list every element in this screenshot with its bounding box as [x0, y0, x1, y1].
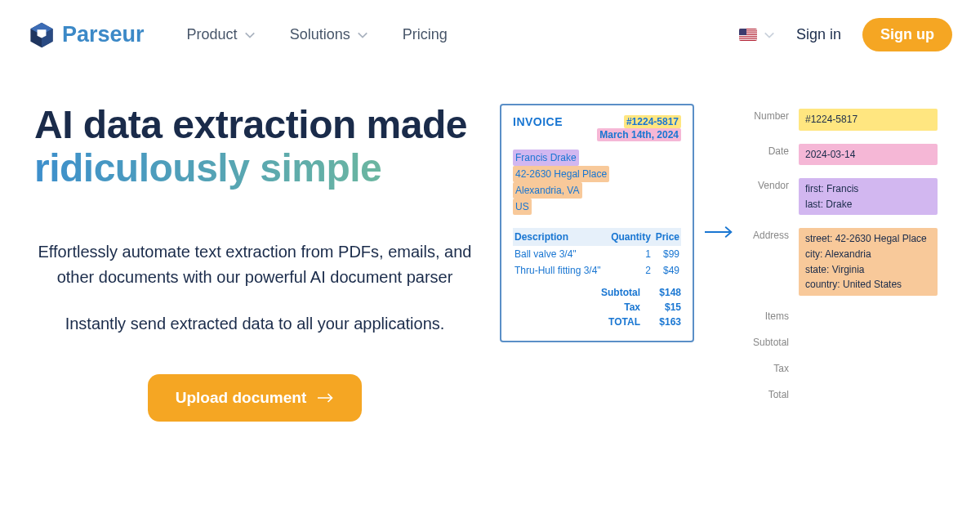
doc-items-table: Description Quantity Price Ball valve 3/… [513, 228, 681, 279]
svg-rect-12 [739, 29, 746, 35]
cell-qty: 2 [607, 262, 652, 279]
hero-para1: Effortlessly automate text extraction fr… [34, 239, 475, 290]
vendor-last: last: Drake [805, 197, 931, 212]
doc-address: Francis Drake 42-2630 Hegal Place Alexan… [513, 150, 681, 215]
us-flag-icon [739, 29, 757, 41]
hero-para2: Instantly send extracted data to all you… [34, 311, 475, 337]
nav-product[interactable]: Product [187, 26, 256, 43]
illustration: INVOICE #1224-5817 March 14th, 2024 Fran… [500, 104, 946, 422]
cell-qty: 1 [607, 246, 652, 262]
doc-date: March 14th, 2024 [597, 128, 681, 141]
chevron-down-icon [244, 29, 256, 41]
ext-number-value: #1224-5817 [799, 109, 938, 131]
ext-country: country: United States [805, 277, 931, 292]
chevron-down-icon [357, 29, 368, 41]
hero-heading-line1: AI data extraction made [34, 103, 467, 146]
total-label: TOTAL [591, 316, 640, 328]
upload-document-button[interactable]: Upload document [148, 374, 362, 422]
svg-rect-9 [739, 35, 757, 36]
cell-price: $49 [653, 262, 681, 279]
upload-label: Upload document [176, 389, 306, 407]
hero-copy: AI data extraction made ridiculously sim… [34, 104, 475, 422]
addr-city: Alexandria, VA [513, 182, 582, 199]
doc-totals: Subtotal$148 Tax$15 TOTAL$163 [513, 285, 681, 329]
ext-items-label: Items [745, 309, 789, 322]
nav: Product Solutions Pricing [187, 26, 448, 43]
ext-subtotal-label: Subtotal [745, 335, 789, 348]
tax-label: Tax [591, 301, 640, 313]
language-selector[interactable] [739, 29, 775, 41]
logo-icon [28, 21, 56, 49]
ext-street: street: 42-2630 Hegal Place [805, 231, 931, 247]
logo[interactable]: Parseur [28, 21, 145, 49]
nav-pricing[interactable]: Pricing [403, 26, 448, 43]
doc-title: INVOICE [513, 115, 563, 128]
total-value: $163 [648, 316, 681, 328]
sign-in-link[interactable]: Sign in [796, 26, 841, 43]
ext-vendor-label: Vendor [745, 178, 789, 191]
th-qty: Quantity [607, 228, 652, 246]
table-row: Ball valve 3/4" 1 $99 [513, 246, 681, 262]
extracted-panel: Number #1224-5817 Date 2024-03-14 Vendor… [745, 104, 946, 413]
ext-date-label: Date [745, 144, 789, 157]
sample-document: INVOICE #1224-5817 March 14th, 2024 Fran… [500, 104, 694, 342]
cell-price: $99 [653, 246, 681, 262]
arrow-right-icon [705, 225, 734, 239]
ext-date-value: 2024-03-14 [799, 144, 938, 166]
ext-tax-label: Tax [745, 361, 789, 374]
hero: AI data extraction made ridiculously sim… [0, 51, 980, 422]
svg-rect-10 [739, 37, 757, 38]
ext-total-label: Total [745, 387, 789, 400]
hero-heading: AI data extraction made ridiculously sim… [34, 104, 475, 190]
svg-rect-11 [739, 39, 757, 40]
vendor-first: first: Francis [805, 181, 931, 197]
hero-heading-line2: ridiculously simple [34, 146, 381, 190]
nav-pricing-label: Pricing [403, 26, 448, 43]
tax-value: $15 [648, 301, 681, 313]
addr-name: Francis Drake [513, 150, 579, 166]
header: Parseur Product Solutions Pricing Sign i… [0, 0, 980, 51]
ext-address-value: street: 42-2630 Hegal Place city: Alexan… [799, 228, 938, 295]
ext-vendor-value: first: Francis last: Drake [799, 178, 938, 215]
doc-number: #1224-5817 [624, 115, 681, 128]
ext-state: state: Virginia [805, 262, 931, 278]
nav-solutions[interactable]: Solutions [290, 26, 368, 43]
th-desc: Description [513, 228, 607, 246]
ext-number-label: Number [745, 109, 789, 122]
nav-solutions-label: Solutions [290, 26, 350, 43]
cell-desc: Thru-Hull fitting 3/4" [513, 262, 607, 279]
nav-product-label: Product [187, 26, 238, 43]
th-price: Price [653, 228, 681, 246]
brand-name: Parseur [62, 22, 145, 47]
sign-up-button[interactable]: Sign up [862, 18, 952, 51]
ext-city: city: Alexandria [805, 247, 931, 262]
arrow-right-icon [318, 392, 334, 404]
ext-address-label: Address [745, 228, 789, 241]
addr-country: US [513, 199, 532, 215]
cell-desc: Ball valve 3/4" [513, 246, 607, 262]
table-row: Thru-Hull fitting 3/4" 2 $49 [513, 262, 681, 279]
addr-street: 42-2630 Hegal Place [513, 166, 609, 182]
transform-arrow [704, 104, 735, 239]
subtotal-value: $148 [648, 287, 681, 298]
subtotal-label: Subtotal [591, 287, 640, 298]
chevron-down-icon [764, 29, 775, 41]
